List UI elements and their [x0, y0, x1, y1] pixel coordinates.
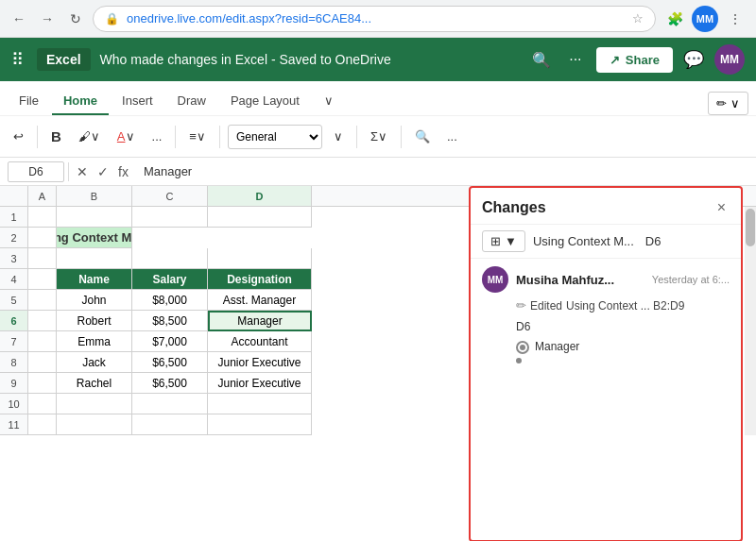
back-button[interactable]: ← [8, 8, 30, 30]
changes-panel: Changes × ⊞ ▼ Using Context M... D6 MM M… [469, 186, 743, 541]
number-format-select[interactable]: General [228, 125, 322, 149]
cell-d3[interactable] [208, 248, 312, 269]
row-header-11[interactable]: 11 [0, 414, 28, 435]
col-header-b[interactable]: B [57, 186, 132, 206]
highlight-color-button[interactable]: 🖌∨ [73, 124, 106, 150]
row-header-3[interactable]: 3 [0, 248, 28, 269]
cell-c8[interactable]: $6,500 [132, 352, 208, 373]
cell-c1[interactable] [132, 207, 208, 228]
cell-d5[interactable]: Asst. Manager [208, 290, 312, 311]
find-button[interactable]: 🔍 [409, 124, 436, 150]
row-header-2[interactable]: 2 [0, 228, 28, 248]
forward-button[interactable]: → [36, 8, 59, 30]
formula-content: Manager [136, 164, 748, 178]
cell-b3[interactable] [57, 248, 132, 269]
apps-icon[interactable]: ⠿ [11, 49, 24, 70]
row-header-1[interactable]: 1 [0, 207, 28, 228]
cell-d9[interactable]: Junior Executive [208, 373, 312, 394]
undo-button[interactable]: ↩ [8, 124, 29, 150]
cell-b5[interactable]: John [57, 290, 132, 311]
row-header-8[interactable]: 8 [0, 352, 28, 373]
cell-a2[interactable] [28, 228, 57, 248]
cell-a11[interactable] [28, 414, 57, 435]
cell-c9[interactable]: $6,500 [132, 373, 208, 394]
filter-button[interactable]: ⊞ ▼ [482, 230, 525, 252]
cell-a8[interactable] [28, 352, 57, 373]
cell-b7[interactable]: Emma [57, 331, 132, 352]
address-bar[interactable]: 🔒 onedrive.live.com/edit.aspx?resid=6CAE… [93, 6, 656, 32]
url-text: onedrive.live.com/edit.aspx?resid=6CAE84… [127, 11, 625, 25]
more-tools-btn[interactable]: ... [441, 124, 463, 150]
col-header-c[interactable]: C [132, 186, 208, 206]
radio-inner [520, 345, 525, 350]
cell-a3[interactable] [28, 248, 57, 269]
cell-a4[interactable] [28, 269, 57, 290]
row-header-7[interactable]: 7 [0, 331, 28, 352]
insert-function-btn[interactable]: fx [114, 162, 132, 181]
row-header-5[interactable]: 5 [0, 290, 28, 311]
bold-button[interactable]: B [45, 124, 67, 150]
cell-b6[interactable]: Robert [57, 311, 132, 331]
comments-button[interactable]: 💬 [680, 46, 707, 73]
cell-d7[interactable]: Accountant [208, 331, 312, 352]
tab-more[interactable]: ∨ [313, 88, 345, 115]
tab-page-layout[interactable]: Page Layout [219, 88, 311, 115]
row-header-6[interactable]: 6 [0, 311, 28, 331]
tab-draw[interactable]: Draw [166, 88, 217, 115]
cell-c6[interactable]: $8,500 [132, 311, 208, 331]
cell-d8[interactable]: Junior Executive [208, 352, 312, 373]
cancel-formula-btn[interactable]: ✕ [73, 162, 92, 181]
edit-label: Edited [530, 297, 562, 315]
number-format-dropdown[interactable]: ∨ [328, 124, 349, 150]
cell-a5[interactable] [28, 290, 57, 311]
tab-file[interactable]: File [8, 88, 50, 115]
vertical-scrollbar[interactable] [745, 207, 756, 435]
cell-b4[interactable]: Name [57, 269, 132, 290]
row-header-4[interactable]: 4 [0, 269, 28, 290]
cell-a6[interactable] [28, 311, 57, 331]
more-options-button[interactable]: ⋮ [722, 6, 748, 32]
cell-a9[interactable] [28, 373, 57, 394]
col-header-a[interactable]: A [28, 186, 57, 206]
sum-button[interactable]: Σ∨ [365, 124, 393, 150]
cell-c5[interactable]: $8,000 [132, 290, 208, 311]
cell-c4[interactable]: Salary [132, 269, 208, 290]
cell-b11[interactable] [57, 414, 132, 435]
more-button[interactable]: ··· [562, 46, 589, 73]
cell-ref-box[interactable]: D6 [8, 161, 64, 182]
col-header-d[interactable]: D [208, 186, 312, 206]
cell-b8[interactable]: Jack [57, 352, 132, 373]
tab-insert[interactable]: Insert [111, 88, 164, 115]
refresh-button[interactable]: ↻ [64, 8, 87, 30]
cell-d11[interactable] [208, 414, 312, 435]
cell-d10[interactable] [208, 394, 312, 414]
title-cell[interactable]: Using Context Menu [57, 228, 132, 248]
cell-c11[interactable] [132, 414, 208, 435]
confirm-formula-btn[interactable]: ✓ [94, 162, 112, 181]
search-button[interactable]: 🔍 [528, 46, 555, 73]
more-format-btn[interactable]: ... [146, 124, 168, 150]
cell-b9[interactable]: Rachel [57, 373, 132, 394]
cell-d1[interactable] [208, 207, 312, 228]
edit-mode-btn[interactable]: ✏ ∨ [708, 92, 748, 115]
cell-a7[interactable] [28, 331, 57, 352]
extensions-button[interactable]: 🧩 [662, 6, 688, 32]
share-button[interactable]: ↗ Share [596, 47, 673, 73]
cell-c3[interactable] [132, 248, 208, 269]
row-header-10[interactable]: 10 [0, 394, 28, 414]
cell-d4[interactable]: Designation [208, 269, 312, 290]
cell-d6[interactable]: Manager [208, 311, 312, 331]
font-color-button[interactable]: A∨ [112, 124, 141, 150]
cell-a10[interactable] [28, 394, 57, 414]
cell-b10[interactable] [57, 394, 132, 414]
cell-a1[interactable] [28, 207, 57, 228]
row-header-9[interactable]: 9 [0, 373, 28, 394]
user-avatar-header[interactable]: MM [714, 44, 745, 75]
cell-b1[interactable] [57, 207, 132, 228]
align-button[interactable]: ≡∨ [183, 124, 212, 150]
changes-close-button[interactable]: × [713, 197, 730, 218]
profile-icon[interactable]: MM [692, 6, 718, 32]
tab-home[interactable]: Home [52, 88, 109, 115]
cell-c10[interactable] [132, 394, 208, 414]
cell-c7[interactable]: $7,000 [132, 331, 208, 352]
